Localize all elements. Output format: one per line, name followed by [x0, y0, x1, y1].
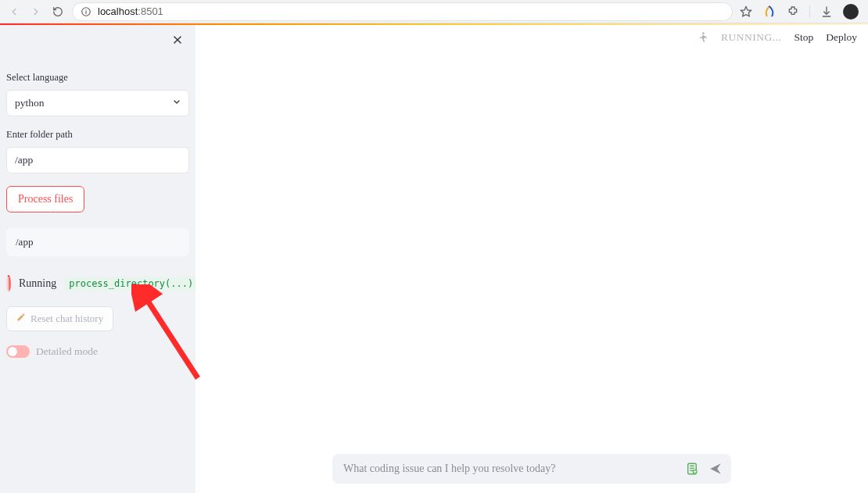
download-icon[interactable]	[820, 5, 834, 19]
app-status-bar: RUNNING... Stop Deploy	[696, 31, 857, 44]
nav-reload-button[interactable]	[50, 4, 66, 20]
detailed-mode-toggle[interactable]	[6, 345, 30, 358]
sidebar: Select language python Enter folder path…	[0, 25, 195, 493]
chat-text-input[interactable]	[343, 463, 676, 475]
nav-forward-button[interactable]	[28, 4, 44, 20]
address-bar[interactable]: localhost:8501	[72, 2, 733, 21]
running-man-icon	[696, 31, 708, 44]
bookmark-star-icon[interactable]	[739, 5, 753, 19]
browser-toolbar: localhost:8501	[0, 0, 868, 23]
site-info-icon[interactable]	[81, 6, 91, 17]
path-display: /app	[6, 228, 189, 256]
url-host: localhost	[98, 5, 138, 17]
status-running: RUNNING...	[721, 31, 781, 44]
reset-chat-button[interactable]: Reset chat history	[6, 306, 113, 331]
nav-back-button[interactable]	[6, 4, 22, 20]
language-select[interactable]: python	[6, 90, 189, 116]
running-status-row: Running process_directory(...) .	[6, 275, 189, 292]
main-area: RUNNING... Stop Deploy	[195, 25, 868, 493]
process-files-button[interactable]: Process files	[6, 186, 84, 213]
sidebar-close-button[interactable]	[170, 33, 185, 47]
folder-label: Enter folder path	[6, 129, 189, 141]
detailed-mode-label: Detailed mode	[36, 345, 98, 358]
app-logo-icon[interactable]	[762, 5, 777, 19]
language-value: python	[15, 97, 45, 109]
deploy-button[interactable]: Deploy	[826, 31, 857, 44]
toolbar-right	[739, 4, 862, 20]
reset-chat-label: Reset chat history	[30, 313, 103, 325]
running-function: process_directory(...)	[64, 277, 198, 291]
pencil-icon	[16, 313, 26, 325]
stop-button[interactable]: Stop	[794, 31, 813, 44]
attach-file-icon[interactable]	[684, 461, 700, 477]
send-icon[interactable]	[708, 461, 723, 477]
svg-marker-3	[741, 6, 751, 16]
profile-avatar[interactable]	[843, 4, 859, 20]
spinner-icon	[6, 275, 11, 292]
running-label: Running	[19, 277, 56, 290]
svg-point-6	[702, 32, 705, 34]
language-label: Select language	[6, 72, 189, 84]
detailed-mode-row: Detailed mode	[6, 345, 189, 358]
chat-input-bar	[332, 454, 731, 484]
folder-path-input[interactable]	[6, 147, 189, 173]
url-port: :8501	[138, 5, 163, 17]
toolbar-divider	[809, 5, 810, 18]
extensions-icon[interactable]	[786, 5, 800, 19]
